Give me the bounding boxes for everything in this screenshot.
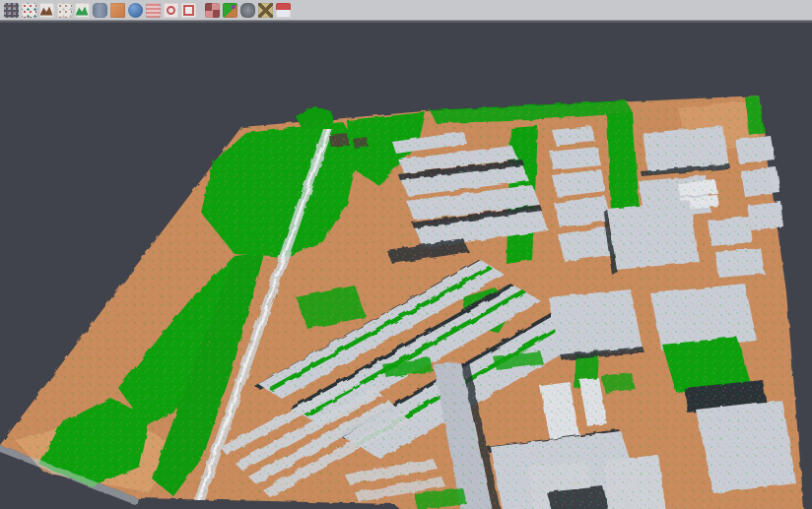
viewport [0,21,812,509]
classification-map-icon[interactable] [223,3,237,18]
dark-points-icon[interactable] [4,3,19,18]
classified-points-icon[interactable] [22,3,36,18]
circle-selection-icon[interactable] [164,3,178,18]
application-window [0,0,812,509]
column-view-icon[interactable] [93,3,107,18]
sparse-points-icon[interactable] [57,3,72,18]
toolbar [0,0,812,21]
tile-checker-icon[interactable] [205,3,220,18]
toolbar-icons [2,3,293,18]
export-view-icon[interactable] [276,3,291,18]
binoculars-icon[interactable] [240,3,255,18]
point-cloud-speckle-overlay [0,23,812,509]
profile-lines-icon[interactable] [146,3,161,18]
rectangle-selection-icon[interactable] [181,3,196,18]
orthophoto-icon[interactable] [110,3,125,18]
vegetation-surface-icon[interactable] [75,3,90,18]
globe-navigation-icon[interactable] [128,3,143,18]
measure-tool-icon[interactable] [258,3,273,18]
terrain-mound-icon[interactable] [39,3,54,18]
scene-canvas[interactable] [0,23,812,509]
